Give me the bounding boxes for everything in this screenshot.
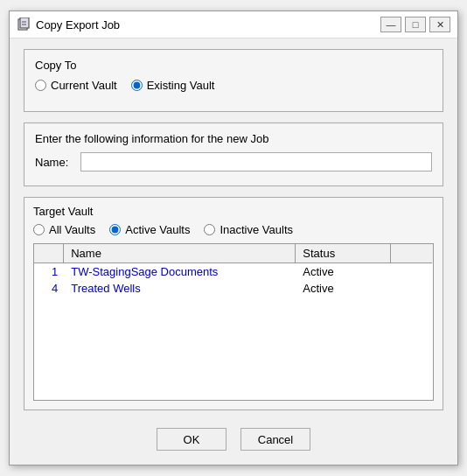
current-vault-option[interactable]: Current Vault — [35, 79, 117, 92]
copy-to-label: Copy To — [35, 59, 432, 72]
active-vaults-option[interactable]: Active Vaults — [109, 223, 190, 236]
table-header-row: Name Status — [34, 244, 433, 263]
ok-button[interactable]: OK — [157, 428, 227, 451]
job-info-section: Enter the following information for the … — [24, 122, 443, 186]
row-id: 4 — [34, 280, 64, 297]
svg-rect-1 — [20, 18, 29, 28]
existing-vault-option[interactable]: Existing Vault — [131, 79, 215, 92]
restore-button[interactable]: □ — [405, 17, 426, 32]
row-name: Treated Wells — [64, 280, 296, 297]
window-controls: — □ ✕ — [380, 17, 450, 32]
row-extra — [390, 280, 432, 297]
all-vaults-option[interactable]: All Vaults — [33, 223, 95, 236]
col-id-header — [34, 244, 64, 263]
row-status: Active — [296, 280, 390, 297]
table-row[interactable]: 4 Treated Wells Active — [34, 280, 433, 297]
copy-to-radio-group: Current Vault Existing Vault — [35, 79, 432, 92]
inactive-vaults-option[interactable]: Inactive Vaults — [204, 223, 293, 236]
all-vaults-radio[interactable] — [33, 224, 45, 235]
job-info-label: Enter the following information for the … — [35, 132, 432, 145]
existing-vault-label: Existing Vault — [147, 79, 215, 92]
button-row: OK Cancel — [24, 421, 443, 454]
vault-filter-group: All Vaults Active Vaults Inactive Vaults — [33, 223, 434, 236]
title-bar: Copy Export Job — □ ✕ — [10, 11, 457, 38]
cancel-button[interactable]: Cancel — [240, 428, 310, 451]
current-vault-label: Current Vault — [51, 79, 117, 92]
minimize-button[interactable]: — — [380, 17, 401, 32]
table-row[interactable]: 1 TW-StagingSage Documents Active — [34, 263, 433, 281]
name-row: Name: — [35, 152, 432, 172]
col-name-header: Name — [64, 244, 296, 263]
dialog-body: Copy To Current Vault Existing Vault Ent… — [10, 38, 457, 465]
inactive-vaults-radio[interactable] — [204, 224, 215, 235]
row-name: TW-StagingSage Documents — [64, 263, 296, 281]
vault-table: Name Status 1 TW-StagingSage Documents A… — [34, 244, 433, 297]
copy-to-section: Copy To Current Vault Existing Vault — [24, 49, 443, 112]
dialog-title: Copy Export Job — [36, 18, 380, 32]
row-id: 1 — [34, 263, 64, 281]
all-vaults-label: All Vaults — [49, 223, 95, 236]
col-status-header: Status — [296, 244, 390, 263]
active-vaults-label: Active Vaults — [125, 223, 190, 236]
current-vault-radio[interactable] — [35, 80, 46, 91]
row-extra — [390, 263, 432, 281]
active-vaults-radio[interactable] — [109, 224, 121, 235]
existing-vault-radio[interactable] — [131, 80, 143, 91]
copy-export-job-dialog: Copy Export Job — □ ✕ Copy To Current Va… — [9, 10, 458, 466]
name-input[interactable] — [80, 152, 432, 172]
row-status: Active — [296, 263, 390, 281]
target-vault-label: Target Vault — [33, 205, 434, 218]
name-label: Name: — [35, 156, 73, 169]
vault-table-container[interactable]: Name Status 1 TW-StagingSage Documents A… — [33, 243, 434, 401]
vault-table-body: 1 TW-StagingSage Documents Active 4 Trea… — [34, 263, 433, 298]
inactive-vaults-label: Inactive Vaults — [220, 223, 293, 236]
col-extra-header — [390, 244, 432, 263]
dialog-icon — [17, 18, 31, 32]
target-vault-section: Target Vault All Vaults Active Vaults In… — [24, 197, 443, 410]
close-button[interactable]: ✕ — [429, 17, 450, 32]
